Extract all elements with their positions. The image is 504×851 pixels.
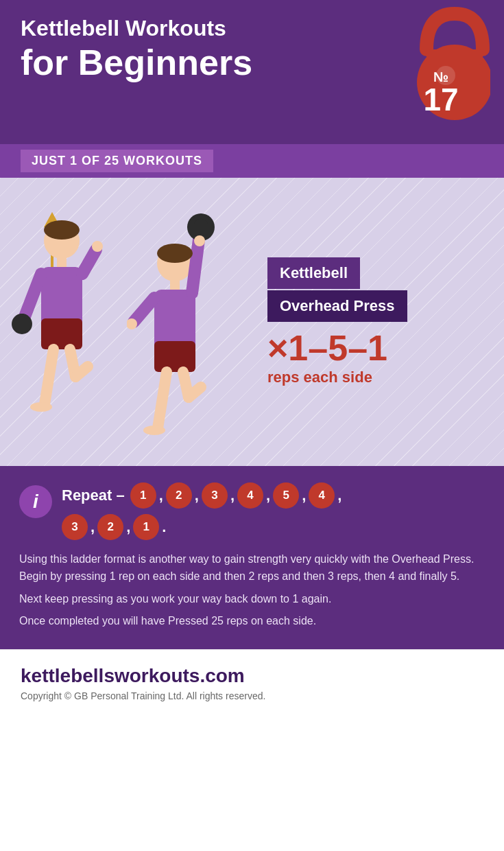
rep-circle-3: 3 [202, 482, 228, 509]
info-icon: i [19, 485, 52, 518]
footer-copyright: Copyright © GB Personal Training Ltd. Al… [21, 690, 265, 701]
header: Kettlebell Workouts for Beginners № 17 [0, 0, 504, 144]
info-header: i Repeat – 1 , 2 , 3 , 4 , 5 , 4 , 3 , [19, 482, 485, 540]
svg-point-17 [30, 402, 52, 412]
repeat-container: Repeat – 1 , 2 , 3 , 4 , 5 , 4 , 3 , 2 , [62, 482, 341, 540]
exercise-info: Kettlebell Overhead Press ×1–5–1 reps ea… [261, 257, 490, 386]
subtitle-banner: JUST 1 OF 25 WORKOUTS [0, 144, 504, 178]
info-description-1: Using this ladder format is another way … [19, 551, 485, 585]
rep-circle-1: 1 [130, 482, 156, 509]
info-section: i Repeat – 1 , 2 , 3 , 4 , 5 , 4 , 3 , [0, 466, 504, 649]
rep-circle-2b: 2 [97, 514, 123, 540]
repeat-line: Repeat – 1 , 2 , 3 , 4 , 5 , 4 , [62, 482, 341, 509]
info-description-2: Next keep pressing as you work your way … [19, 591, 485, 608]
rep-circle-5: 5 [273, 482, 299, 509]
svg-rect-6 [57, 257, 67, 268]
figure-left [7, 212, 117, 445]
exercise-section: Kettlebell Overhead Press ×1–5–1 reps ea… [0, 178, 504, 466]
info-description-3: Once completed you will have Pressed 25 … [19, 613, 485, 630]
svg-rect-28 [154, 341, 195, 372]
svg-line-22 [192, 240, 199, 293]
svg-rect-1 [427, 49, 483, 65]
footer: kettlebellsworkouts.com Copyright © GB P… [0, 649, 504, 714]
svg-line-14 [45, 349, 53, 404]
svg-point-27 [194, 235, 205, 246]
svg-line-9 [82, 250, 96, 274]
rep-circle-4a: 4 [237, 482, 263, 509]
exercise-illustration [0, 191, 261, 452]
svg-line-29 [158, 372, 167, 428]
svg-point-18 [44, 220, 80, 240]
svg-point-32 [143, 426, 165, 435]
subtitle-text: JUST 1 OF 25 WORKOUTS [21, 150, 213, 172]
svg-point-10 [92, 241, 103, 252]
svg-line-23 [134, 298, 154, 322]
number-badge-wrapper: № 17 [391, 7, 490, 123]
rep-circle-1b: 1 [133, 514, 159, 540]
rep-circle-2: 2 [166, 482, 192, 509]
footer-url: kettlebellsworkouts.com [21, 665, 483, 687]
rep-circle-3b: 3 [62, 514, 88, 540]
repeat-label: Repeat – [62, 487, 125, 504]
exercise-reps: ×1–5–1 [267, 330, 490, 366]
svg-rect-13 [41, 318, 82, 349]
svg-point-33 [157, 244, 193, 263]
repeat-line-2: 3 , 2 , 1 . [62, 514, 341, 540]
exercise-name-line2: Overhead Press [267, 290, 407, 322]
rep-circle-4b: 4 [309, 482, 335, 509]
figure-right [127, 212, 237, 445]
svg-rect-20 [170, 280, 180, 291]
exercise-reps-label: reps each side [267, 369, 372, 386]
info-text: Using this ladder format is another way … [19, 551, 485, 630]
exercise-name-line1: Kettlebell [267, 257, 360, 289]
badge-num: 17 [423, 84, 458, 115]
svg-line-8 [24, 274, 41, 318]
